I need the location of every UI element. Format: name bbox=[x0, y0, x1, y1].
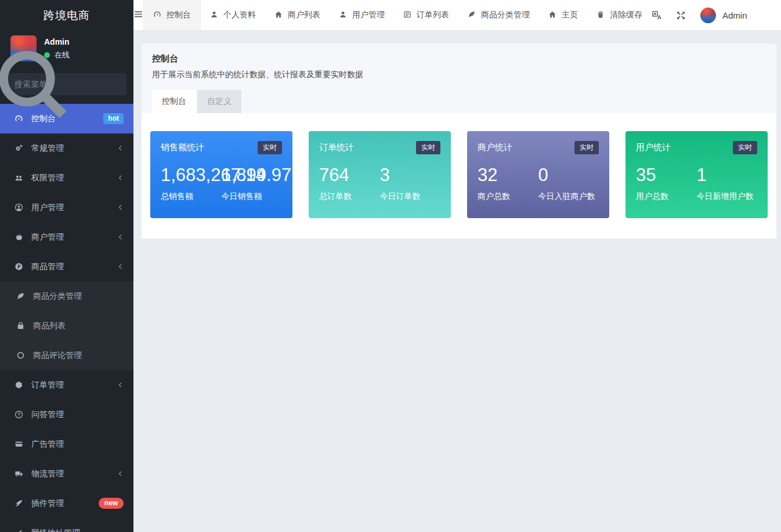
stats-row: 销售额统计 实时 1,683,267.14 1,899.97 总销售额 今日销售… bbox=[142, 113, 776, 238]
stat-label-today: 今日入驻商户数 bbox=[538, 191, 595, 202]
tab-label: 商品分类管理 bbox=[481, 10, 530, 20]
user-icon bbox=[210, 10, 218, 20]
trash-icon bbox=[596, 10, 605, 20]
card-icon bbox=[13, 440, 24, 448]
home-icon bbox=[548, 10, 556, 20]
tab-merchant-list[interactable]: 商户列表 bbox=[265, 0, 330, 30]
apple-icon bbox=[13, 233, 24, 241]
navbar-right: Admin bbox=[652, 0, 781, 30]
stat-value-total: 764 bbox=[319, 164, 349, 187]
stat-card-users: 用户统计 实时 35 1 用户总数 今日新增用户数 bbox=[625, 131, 768, 218]
sidebar-item-goods-list[interactable]: 商品列表 bbox=[0, 311, 133, 341]
chevron-left-icon bbox=[117, 175, 124, 181]
stat-card-orders: 订单统计 实时 764 3 总订单数 今日订单数 bbox=[309, 131, 451, 218]
tab-goods-category[interactable]: 商品分类管理 bbox=[458, 0, 539, 30]
sidebar-item-network[interactable]: 网络地址管理 bbox=[0, 518, 133, 532]
panel-tab-dashboard[interactable]: 控制台 bbox=[152, 90, 196, 113]
sidebar-item-goods-comment[interactable]: 商品评论管理 bbox=[0, 341, 133, 370]
tab-order-list[interactable]: 订单列表 bbox=[394, 0, 458, 30]
key-icon bbox=[13, 529, 24, 532]
sidebar-menu: 控制台 hot 常规管理 权限管理 用户管理 商户管理 bbox=[0, 104, 133, 532]
admin-label: Admin bbox=[722, 10, 747, 20]
bag-icon bbox=[15, 321, 26, 330]
page-subtitle: 用于展示当前系统中的统计数据、统计报表及重要实时数据 bbox=[152, 70, 766, 80]
realtime-badge: 实时 bbox=[733, 141, 757, 154]
sidebar-item-label: 常规管理 bbox=[31, 143, 64, 154]
app-root: 跨境电商 Admin 在线 控制台 hot 常规管理 bbox=[0, 0, 781, 532]
panel-tabs: 控制台 自定义 bbox=[152, 90, 766, 113]
stat-card-title: 订单统计 bbox=[319, 142, 354, 153]
tab-profile[interactable]: 个人资料 bbox=[201, 0, 265, 30]
sidebar-item-order[interactable]: 订单管理 bbox=[0, 370, 133, 400]
sidebar-item-label: 用户管理 bbox=[31, 202, 64, 213]
sidebar-item-label: 商品分类管理 bbox=[33, 291, 82, 302]
sidebar-item-auth[interactable]: 权限管理 bbox=[0, 163, 133, 193]
stat-card-title: 销售额统计 bbox=[161, 142, 204, 153]
cogs-icon[interactable] bbox=[762, 10, 772, 20]
user-icon bbox=[339, 10, 347, 20]
sidebar-item-goods-category[interactable]: 商品分类管理 bbox=[0, 281, 133, 311]
leaf-icon bbox=[468, 10, 476, 20]
tab-label: 商户列表 bbox=[288, 10, 320, 20]
sidebar-item-logistics[interactable]: 物流管理 bbox=[0, 459, 133, 488]
main-area: 控制台 个人资料 商户列表 用户管理 订单列表 商品分类管理 bbox=[133, 0, 781, 532]
user-circle-icon bbox=[13, 203, 24, 212]
page-title: 控制台 bbox=[152, 53, 766, 64]
new-badge: new bbox=[99, 498, 124, 509]
avatar bbox=[700, 8, 716, 23]
tab-clear-cache[interactable]: 清除缓存 bbox=[587, 0, 652, 30]
stat-label-total: 总销售额 bbox=[161, 191, 193, 202]
leaf-icon bbox=[15, 292, 26, 301]
stat-label-total: 用户总数 bbox=[636, 191, 668, 202]
top-navbar: 控制台 个人资料 商户列表 用户管理 订单列表 商品分类管理 bbox=[133, 0, 781, 31]
stat-label-today: 今日销售额 bbox=[222, 191, 262, 202]
realtime-badge: 实时 bbox=[416, 141, 440, 154]
translate-icon[interactable] bbox=[652, 10, 661, 20]
sidebar-item-label: 问答管理 bbox=[31, 410, 64, 420]
chevron-left-icon bbox=[117, 234, 124, 240]
sidebar-item-label: 插件管理 bbox=[31, 498, 64, 509]
fullscreen-icon[interactable] bbox=[676, 10, 686, 20]
hamburger-menu-button[interactable] bbox=[133, 0, 143, 30]
chevron-left-icon bbox=[117, 382, 124, 388]
truck-icon bbox=[13, 469, 24, 478]
tab-label: 个人资料 bbox=[223, 10, 256, 20]
page-header-panel: 控制台 用于展示当前系统中的统计数据、统计报表及重要实时数据 控制台 自定义 bbox=[142, 44, 776, 113]
admin-dropdown[interactable]: Admin bbox=[700, 8, 747, 23]
sidebar-item-label: 物流管理 bbox=[31, 469, 64, 479]
tab-label: 清除缓存 bbox=[610, 10, 642, 20]
panel-tab-custom[interactable]: 自定义 bbox=[197, 90, 241, 113]
sidebar-item-label: 订单管理 bbox=[31, 380, 64, 390]
stat-card-title: 用户统计 bbox=[636, 142, 671, 153]
chevron-left-icon bbox=[117, 204, 124, 211]
stat-value-today: 0 bbox=[538, 164, 548, 187]
sidebar-item-plugin[interactable]: 插件管理 new bbox=[0, 488, 133, 518]
sidebar-item-ad[interactable]: 广告管理 bbox=[0, 429, 133, 459]
sidebar-item-user[interactable]: 用户管理 bbox=[0, 193, 133, 222]
tab-user-manage[interactable]: 用户管理 bbox=[330, 0, 394, 30]
tab-dashboard[interactable]: 控制台 bbox=[143, 0, 201, 30]
gauge-icon bbox=[153, 10, 161, 20]
question-icon bbox=[13, 410, 24, 419]
tab-label: 用户管理 bbox=[352, 10, 385, 20]
sidebar-item-qa[interactable]: 问答管理 bbox=[0, 400, 133, 429]
search-icon[interactable] bbox=[0, 41, 120, 128]
sidebar-item-goods[interactable]: 商品管理 bbox=[0, 252, 133, 281]
stat-label-today: 今日订单数 bbox=[380, 191, 421, 202]
sidebar-item-general[interactable]: 常规管理 bbox=[0, 133, 133, 163]
sidebar-item-label: 商品管理 bbox=[31, 262, 64, 272]
app-title: 跨境电商 bbox=[0, 0, 133, 31]
stat-label-total: 总订单数 bbox=[319, 191, 352, 202]
sidebar-search bbox=[7, 73, 126, 95]
tab-home[interactable]: 主页 bbox=[539, 0, 587, 30]
users-icon bbox=[13, 173, 24, 182]
sidebar-item-merchant[interactable]: 商户管理 bbox=[0, 222, 133, 252]
tab-label: 订单列表 bbox=[417, 10, 449, 20]
sidebar-item-label: 商品列表 bbox=[33, 321, 66, 331]
chevron-left-icon bbox=[117, 471, 124, 477]
realtime-badge: 实时 bbox=[574, 141, 599, 154]
stat-card-sales: 销售额统计 实时 1,683,267.14 1,899.97 总销售额 今日销售… bbox=[150, 131, 292, 218]
realtime-badge: 实时 bbox=[258, 141, 282, 154]
stat-value-total: 32 bbox=[478, 164, 497, 187]
list-icon bbox=[403, 10, 411, 20]
